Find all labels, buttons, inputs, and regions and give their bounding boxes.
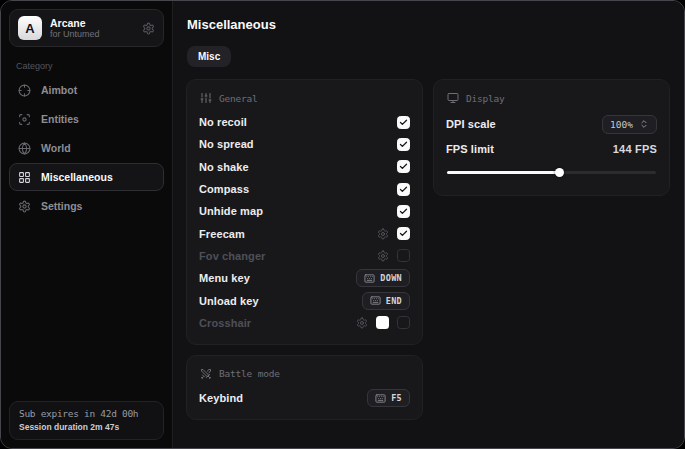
display-card-header: Display bbox=[447, 92, 657, 104]
sidebar-item-label: World bbox=[41, 142, 71, 154]
swords-icon bbox=[200, 368, 212, 380]
sidebar-item-world[interactable]: World bbox=[9, 134, 164, 162]
brand-card: A Arcane for Untumed bbox=[9, 9, 164, 47]
fps-slider-fill bbox=[447, 171, 560, 174]
card-title: Display bbox=[466, 93, 505, 104]
card-title: Battle mode bbox=[219, 368, 280, 379]
setting-label: FPS limit bbox=[446, 143, 494, 155]
tab-misc[interactable]: Misc bbox=[187, 46, 231, 67]
fps-limit-value: 144 FPS bbox=[613, 143, 657, 155]
sidebar-item-entities[interactable]: Entities bbox=[9, 105, 164, 133]
keyboard-icon bbox=[370, 295, 381, 306]
setting-row-dpi-scale: DPI scale 100% bbox=[446, 111, 657, 137]
compass-checkbox[interactable] bbox=[397, 183, 410, 196]
fov-changer-config-gear-icon[interactable] bbox=[377, 250, 389, 262]
sidebar-item-aimbot[interactable]: Aimbot bbox=[9, 76, 164, 104]
setting-row-no-spread: No spread bbox=[199, 133, 410, 155]
setting-row-fps-limit: FPS limit 144 FPS bbox=[446, 137, 657, 161]
setting-label: Keybind bbox=[199, 392, 243, 404]
sidebar-item-label: Aimbot bbox=[41, 84, 77, 96]
setting-label: Freecam bbox=[199, 228, 245, 240]
sidebar-item-label: Settings bbox=[41, 200, 82, 212]
setting-label: Fov changer bbox=[199, 250, 266, 262]
sidebar-item-label: Miscellaneous bbox=[41, 171, 113, 183]
freecam-checkbox[interactable] bbox=[397, 227, 410, 240]
globe-icon bbox=[18, 142, 31, 155]
app-name: Arcane bbox=[50, 17, 134, 29]
dpi-scale-select[interactable]: 100% bbox=[602, 115, 657, 134]
freecam-config-gear-icon[interactable] bbox=[377, 228, 389, 240]
battle-mode-card-header: Battle mode bbox=[200, 368, 410, 380]
no-spread-checkbox[interactable] bbox=[397, 138, 410, 151]
sidebar-nav: Aimbot Entities World Miscellaneous Sett… bbox=[9, 76, 164, 220]
app-logo: A bbox=[18, 16, 42, 40]
left-column: General No recoil No spread bbox=[186, 79, 423, 420]
sidebar-item-miscellaneous[interactable]: Miscellaneous bbox=[9, 163, 164, 191]
setting-row-unhide-map: Unhide map bbox=[199, 200, 410, 222]
display-card: Display DPI scale 100% FPS limit bbox=[433, 79, 670, 196]
fps-slider-thumb[interactable] bbox=[555, 168, 564, 177]
setting-row-menu-key: Menu key DOWN bbox=[199, 267, 410, 289]
battle-mode-card: Battle mode Keybind F5 bbox=[186, 355, 423, 420]
setting-label: No spread bbox=[199, 138, 254, 150]
no-recoil-checkbox[interactable] bbox=[397, 116, 410, 129]
key-label: DOWN bbox=[380, 273, 402, 283]
key-label: F5 bbox=[391, 393, 402, 403]
crosshair-icon bbox=[18, 84, 31, 97]
setting-label: DPI scale bbox=[446, 118, 496, 130]
general-card-header: General bbox=[200, 92, 410, 104]
grid-icon bbox=[18, 171, 31, 184]
battle-mode-key-binding[interactable]: F5 bbox=[367, 389, 410, 407]
app-window: A Arcane for Untumed Category Aimbot Ent… bbox=[0, 0, 685, 449]
setting-label: No shake bbox=[199, 161, 249, 173]
card-columns: General No recoil No spread bbox=[186, 79, 670, 420]
brand-text: Arcane for Untumed bbox=[50, 17, 134, 39]
crosshair-checkbox[interactable] bbox=[397, 316, 410, 329]
menu-key-binding[interactable]: DOWN bbox=[356, 269, 410, 287]
setting-row-no-recoil: No recoil bbox=[199, 111, 410, 133]
setting-label: Crosshair bbox=[199, 317, 251, 329]
app-subtitle: for Untumed bbox=[50, 29, 134, 39]
key-label: END bbox=[386, 296, 402, 306]
setting-row-freecam: Freecam bbox=[199, 222, 410, 244]
gear-icon bbox=[18, 200, 31, 213]
subscription-info: Sub expires in 42d 00h Session duration … bbox=[9, 401, 164, 440]
right-column: Display DPI scale 100% FPS limit bbox=[433, 79, 670, 196]
main-content: Miscellaneous Misc General No recoil bbox=[173, 1, 684, 448]
sub-expiry-text: Sub expires in 42d 00h bbox=[19, 408, 154, 419]
setting-label: Menu key bbox=[199, 272, 250, 284]
setting-row-unload-key: Unload key END bbox=[199, 289, 410, 311]
scan-icon bbox=[18, 113, 31, 126]
sidebar-item-label: Entities bbox=[41, 113, 79, 125]
unhide-map-checkbox[interactable] bbox=[397, 205, 410, 218]
session-duration-text: Session duration 2m 47s bbox=[19, 422, 154, 432]
setting-label: Unhide map bbox=[199, 205, 263, 217]
category-label: Category bbox=[16, 61, 158, 71]
monitor-icon bbox=[447, 92, 459, 104]
no-shake-checkbox[interactable] bbox=[397, 160, 410, 173]
dpi-scale-value: 100% bbox=[610, 119, 633, 130]
setting-row-crosshair: Crosshair bbox=[199, 312, 410, 334]
crosshair-color-swatch[interactable] bbox=[376, 316, 389, 329]
keyboard-icon bbox=[375, 393, 386, 404]
fov-changer-checkbox[interactable] bbox=[397, 249, 410, 262]
sliders-icon bbox=[200, 92, 212, 104]
card-title: General bbox=[219, 93, 258, 104]
general-card: General No recoil No spread bbox=[186, 79, 423, 345]
unload-key-binding[interactable]: END bbox=[362, 292, 410, 310]
setting-label: No recoil bbox=[199, 116, 247, 128]
setting-row-keybind: Keybind F5 bbox=[199, 387, 410, 409]
sidebar: A Arcane for Untumed Category Aimbot Ent… bbox=[1, 1, 173, 448]
setting-label: Compass bbox=[199, 183, 249, 195]
setting-row-fov-changer: Fov changer bbox=[199, 245, 410, 267]
chevrons-up-down-icon bbox=[639, 119, 649, 129]
fps-limit-slider[interactable] bbox=[447, 165, 656, 179]
brand-settings-icon[interactable] bbox=[142, 22, 155, 35]
keyboard-icon bbox=[364, 273, 375, 284]
setting-row-no-shake: No shake bbox=[199, 156, 410, 178]
sidebar-item-settings[interactable]: Settings bbox=[9, 192, 164, 220]
setting-row-compass: Compass bbox=[199, 178, 410, 200]
crosshair-config-gear-icon[interactable] bbox=[356, 317, 368, 329]
page-title: Miscellaneous bbox=[187, 17, 670, 32]
setting-label: Unload key bbox=[199, 295, 259, 307]
